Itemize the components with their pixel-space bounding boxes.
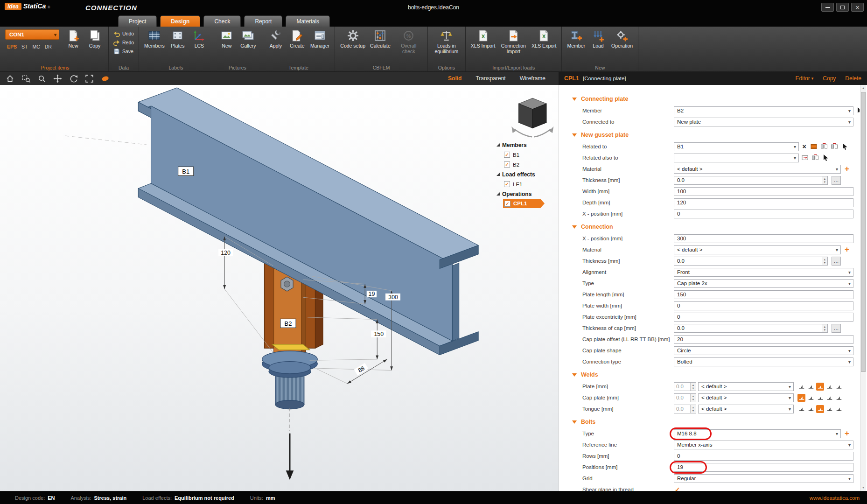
weld-type-icon[interactable]	[825, 405, 833, 413]
input-positions-mm[interactable]: 19	[674, 463, 853, 472]
ribbon-button-redo[interactable]: Redo	[112, 39, 135, 46]
project-mode-mc[interactable]: MC	[32, 44, 40, 49]
dropdown-member[interactable]: B2▾	[674, 106, 853, 115]
ribbon-button-connection-import[interactable]: Connection Import	[498, 28, 529, 56]
ribbon-button-create[interactable]: Create	[287, 28, 308, 50]
ribbon-button-xls-import[interactable]: XXLS Import	[469, 28, 497, 50]
ribbon-button-operation[interactable]: Operation	[609, 28, 635, 50]
panel-scrollbar[interactable]: ▴ ▾	[860, 85, 866, 491]
checkbox-checked-icon[interactable]: ✓	[504, 152, 510, 158]
section-header[interactable]: Bolts	[559, 416, 860, 428]
weld-type-icon[interactable]	[816, 383, 824, 391]
input-x-position-mm[interactable]: 300	[674, 234, 853, 243]
tree-item-cpl1[interactable]: ✓CPL1	[503, 199, 540, 208]
ribbon-button-calculate[interactable]: Calculate	[368, 28, 392, 50]
ribbon-button-copy[interactable]: Copy	[84, 28, 105, 50]
dropdown-alignment[interactable]: Front▾	[674, 268, 853, 277]
navigation-cube[interactable]	[511, 98, 553, 137]
flip-plate-icon[interactable]	[830, 142, 839, 151]
dropdown-weld-material[interactable]: < default >▾	[698, 405, 794, 413]
input-plate-width-mm[interactable]: 0	[674, 301, 853, 310]
ribbon-button-xls-export[interactable]: XXLS Export	[530, 28, 558, 50]
add-icon[interactable]: +	[843, 429, 851, 438]
pick-in-scene-icon[interactable]	[821, 154, 830, 162]
dropdown-material[interactable]: < default >▾	[674, 165, 841, 174]
spinner-stepper[interactable]: ▴▾	[690, 394, 696, 402]
zoom-icon[interactable]	[37, 74, 46, 83]
display-mode-solid[interactable]: Solid	[448, 75, 461, 82]
input-plate-excentricity-mm[interactable]: 0	[674, 313, 853, 322]
zoom-window-icon[interactable]	[21, 74, 30, 83]
weld-type-icon[interactable]	[816, 394, 824, 402]
more-options-button[interactable]: …	[832, 257, 841, 266]
dropdown-connection-type[interactable]: Bolted▾	[674, 357, 853, 366]
dropdown-type[interactable]: M16 8.8▾	[674, 429, 841, 438]
weld[interactable]	[272, 344, 310, 350]
display-mode-transparent[interactable]: Transparent	[475, 75, 505, 82]
remove-icon[interactable]: ×	[801, 143, 808, 150]
pick-in-scene-icon[interactable]	[855, 106, 860, 115]
section-header[interactable]: Welds	[559, 369, 860, 381]
ribbon-button-load[interactable]: Load	[588, 28, 608, 50]
ribbon-button-gallery[interactable]: Gallery	[238, 28, 259, 50]
weld-type-icon[interactable]	[807, 405, 815, 413]
tree-item-le1[interactable]: ✓LE1	[504, 179, 557, 189]
tab-project[interactable]: Project	[118, 15, 157, 27]
display-mode-wireframe[interactable]: Wireframe	[520, 75, 545, 82]
dropdown-weld-material[interactable]: < default >▾	[698, 382, 794, 391]
ribbon-button-members[interactable]: Members	[142, 28, 167, 50]
spinner-stepper[interactable]: ▴▾	[822, 257, 827, 265]
dropdown-cap-plate-shape[interactable]: Circle▾	[674, 346, 853, 355]
dropdown-weld-material[interactable]: < default >▾	[698, 393, 794, 402]
input-plate-mm[interactable]: 0.0▴▾	[674, 382, 696, 391]
flip-plate-icon[interactable]	[820, 142, 828, 151]
pick-in-scene-icon[interactable]	[840, 142, 849, 151]
tree-group-members[interactable]: Members	[496, 140, 557, 150]
scrollbar-thumb[interactable]	[861, 92, 866, 372]
plate-icon[interactable]	[810, 142, 818, 151]
tree-group-operations[interactable]: Operations	[496, 189, 557, 199]
input-x-position-mm[interactable]: 0	[674, 210, 853, 218]
add-icon[interactable]: +	[843, 165, 851, 173]
tab-report[interactable]: Report	[244, 15, 282, 27]
more-options-button[interactable]: …	[832, 324, 841, 333]
ribbon-button-manager[interactable]: Manager	[308, 28, 331, 50]
ribbon-button-overall-check[interactable]: %Overall check	[393, 28, 424, 56]
weld-type-icon[interactable]	[835, 394, 843, 402]
input-thickness-of-cap-mm[interactable]: 0.0▴▾	[674, 324, 828, 333]
weld-type-icon[interactable]	[797, 405, 805, 413]
solid-blob-icon[interactable]	[101, 74, 110, 83]
viewport-canvas[interactable]: 120 19 300	[0, 85, 559, 491]
tab-design[interactable]: Design	[160, 15, 200, 27]
panel-action-delete[interactable]: Delete	[845, 75, 861, 82]
minimize-button[interactable]	[821, 3, 834, 12]
spinner-stepper[interactable]: ▴▾	[822, 176, 827, 184]
input-tongue-mm[interactable]: 0.0▴▾	[674, 405, 696, 413]
ribbon-button-plates[interactable]: Plates	[168, 28, 188, 50]
pan-icon[interactable]	[53, 74, 62, 83]
weld-type-icon[interactable]	[825, 394, 833, 402]
fit-view-icon[interactable]	[85, 74, 94, 83]
tab-materials[interactable]: Materials	[286, 15, 330, 27]
ribbon-button-new[interactable]: New	[63, 28, 84, 50]
member-label-b1[interactable]: B1	[178, 167, 194, 175]
section-header[interactable]: Connection	[559, 221, 860, 233]
weld-type-icon[interactable]	[797, 394, 805, 402]
checkbox-checked-icon[interactable]: ✓	[675, 486, 680, 491]
input-cap-plate-mm[interactable]: 0.0▴▾	[674, 393, 696, 402]
dropdown-connected-to[interactable]: New plate▾	[674, 118, 853, 126]
input-thickness-mm[interactable]: 0.0▴▾	[674, 176, 828, 185]
maximize-button[interactable]	[836, 3, 849, 12]
spinner-stepper[interactable]: ▴▾	[822, 324, 827, 332]
project-item-selector[interactable]: CON1 ▾	[5, 29, 59, 40]
panel-action-copy[interactable]: Copy	[823, 75, 836, 82]
member-label-b2[interactable]: B2	[280, 319, 296, 328]
project-mode-eps[interactable]: EPS	[7, 44, 17, 49]
close-button[interactable]: ×	[851, 3, 864, 12]
ribbon-button-apply[interactable]: Apply	[266, 28, 286, 50]
dropdown-material[interactable]: < default >▾	[674, 245, 841, 254]
checkbox-checked-icon[interactable]: ✓	[504, 161, 510, 168]
ribbon-button-lcs[interactable]: LCS	[189, 28, 210, 50]
tab-check[interactable]: Check	[203, 15, 241, 27]
tree-item-b2[interactable]: ✓B2	[504, 160, 557, 169]
